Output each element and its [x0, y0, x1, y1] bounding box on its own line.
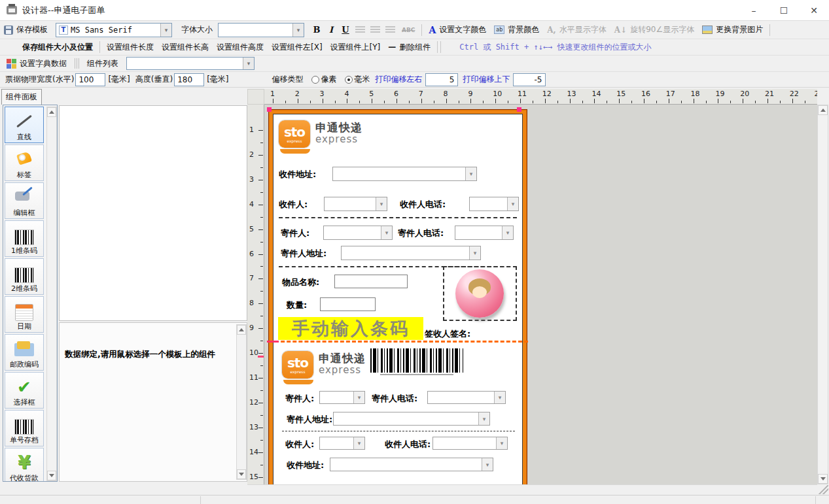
set-text-color-button[interactable]: A 设置文字颜色	[425, 23, 490, 37]
send-phone-select[interactable]: ▾	[427, 391, 506, 404]
barcode-image[interactable]	[370, 348, 463, 373]
scroll-down-button[interactable]	[818, 474, 828, 484]
scroll-up-button[interactable]	[237, 325, 246, 335]
maximize-button[interactable]: ☐	[769, 0, 799, 21]
chevron-down-icon[interactable]: ▾	[292, 24, 304, 37]
underline-button[interactable]: U	[338, 24, 353, 37]
scroll-down-button[interactable]	[47, 471, 56, 480]
recv-name-label[interactable]: 收件人:	[285, 439, 314, 450]
send-phone-label[interactable]: 寄件人电话:	[372, 393, 417, 405]
sidebar-item-3[interactable]: 编辑框	[5, 182, 44, 219]
canvas-vertical-scrollbar[interactable]	[817, 105, 828, 484]
set-dictionary-data-button[interactable]: 设置字典数据	[3, 57, 71, 71]
sidebar-item-10[interactable]: ¥代收货款	[5, 448, 44, 481]
set-component-length-height-button[interactable]: 设置组件长高	[158, 41, 213, 54]
recv-name-label[interactable]: 收件人:	[279, 199, 308, 210]
mascot-image[interactable]	[455, 269, 504, 318]
send-name-label[interactable]: 寄件人:	[281, 227, 309, 239]
chevron-down-icon[interactable]: ▾	[353, 437, 364, 449]
selection-handle[interactable]	[267, 107, 272, 112]
recv-addr-label[interactable]: 收件地址:	[279, 169, 316, 180]
item-name-label[interactable]: 物品名称:	[282, 277, 319, 288]
sidebar-item-9[interactable]: 单号存档	[5, 410, 44, 446]
chevron-down-icon[interactable]: ▾	[381, 226, 392, 239]
signature-label[interactable]: 签收人签名:	[425, 328, 470, 340]
canvas-horizontal-scrollbar[interactable]	[247, 484, 817, 494]
send-name-label[interactable]: 寄件人:	[285, 393, 314, 405]
quantity-input[interactable]	[320, 297, 376, 311]
chevron-down-icon[interactable]: ▾	[160, 24, 171, 37]
chevron-down-icon[interactable]: ▾	[243, 58, 254, 69]
recv-phone-label[interactable]: 收件人电话:	[385, 439, 431, 450]
rotate-font-button[interactable]: A↓ 旋转90∠显示字体	[610, 23, 698, 37]
set-component-height-button[interactable]: 设置组件高度	[213, 41, 268, 54]
sidebar-item-2[interactable]: 标签	[5, 144, 44, 181]
send-name-select[interactable]: ▾	[319, 391, 365, 404]
horizontal-font-button[interactable]: A, 水平显示字体	[543, 23, 610, 37]
chevron-down-icon[interactable]: ▾	[376, 197, 387, 210]
scroll-up-button[interactable]	[47, 107, 56, 117]
quantity-label[interactable]: 数量:	[287, 299, 307, 311]
print-offset-tb-input[interactable]: -5	[513, 73, 546, 86]
strikethrough-button[interactable]: ABC	[398, 27, 419, 33]
manual-barcode-component[interactable]: 手动输入条码	[278, 317, 423, 340]
sidebar-item-5[interactable]: 2维条码	[5, 258, 44, 295]
chevron-down-icon[interactable]: ▾	[502, 226, 513, 239]
recv-name-select[interactable]: ▾	[319, 437, 365, 450]
recv-addr-label[interactable]: 收件地址:	[287, 460, 324, 471]
item-name-input[interactable]	[334, 275, 408, 288]
set-component-length-button[interactable]: 设置组件长度	[103, 41, 158, 54]
component-list-select[interactable]: ▾	[126, 57, 255, 70]
design-canvas[interactable]: sto express 申通快递 express 收件地址: ▾ 收件人: ▾ …	[264, 105, 817, 484]
recv-name-select[interactable]: ▾	[324, 197, 387, 211]
font-size-select[interactable]: ▾	[218, 23, 304, 37]
chevron-down-icon[interactable]: ▾	[353, 392, 364, 403]
sto-logo[interactable]: sto express 申通快递 express	[282, 351, 366, 378]
waybill-template[interactable]: sto express 申通快递 express 收件地址: ▾ 收件人: ▾ …	[268, 109, 527, 484]
recv-addr-select[interactable]: ▾	[330, 458, 493, 471]
mm-radio[interactable]: 毫米	[345, 74, 370, 85]
paper-height-input[interactable]: 180	[174, 73, 204, 86]
bold-button[interactable]: B	[309, 24, 324, 37]
send-phone-select[interactable]: ▾	[455, 226, 514, 240]
send-addr-label[interactable]: 寄件人地址:	[281, 248, 326, 260]
minimize-button[interactable]: –	[739, 0, 769, 21]
font-family-select[interactable]: T MS Sans Serif ▾	[56, 23, 172, 37]
send-addr-select[interactable]: ▾	[333, 412, 490, 426]
chevron-down-icon[interactable]: ▾	[482, 458, 493, 471]
sidebar-item-6[interactable]: 日期	[5, 296, 44, 333]
tab-component-panel[interactable]: 组件面板	[1, 89, 42, 105]
set-component-left-button[interactable]: 设置组件左[X]	[268, 41, 326, 54]
scroll-up-button[interactable]	[818, 105, 828, 115]
sidebar-item-4[interactable]: 1维条码	[5, 220, 44, 257]
chevron-down-icon[interactable]: ▾	[496, 437, 507, 449]
recv-phone-label[interactable]: 收件人电话:	[400, 199, 446, 210]
chevron-down-icon[interactable]: ▾	[494, 392, 505, 403]
sto-logo[interactable]: sto express 申通快递 express	[279, 120, 362, 148]
chevron-down-icon[interactable]: ▾	[507, 197, 518, 210]
save-template-button[interactable]: 保存模板	[0, 23, 52, 37]
sidebar-item-1[interactable]: 直线	[5, 107, 44, 143]
send-addr-select[interactable]: ▾	[341, 246, 481, 260]
component-panel-scrollbar[interactable]	[46, 107, 57, 481]
delete-component-button[interactable]: — 删除组件	[384, 41, 434, 54]
change-background-image-button[interactable]: 更换背景图片	[698, 23, 767, 37]
chevron-down-icon[interactable]: ▾	[469, 246, 480, 260]
sidebar-item-7[interactable]: 邮政编码	[5, 334, 44, 371]
send-addr-label[interactable]: 寄件人地址:	[287, 414, 332, 426]
resize-grip[interactable]	[818, 485, 828, 494]
chevron-down-icon[interactable]: ▾	[478, 412, 489, 425]
scroll-down-button[interactable]	[237, 469, 246, 479]
background-color-button[interactable]: ab 背景颜色	[490, 23, 543, 37]
italic-button[interactable]: I	[324, 24, 338, 37]
component-list-box[interactable]	[59, 105, 247, 321]
send-phone-label[interactable]: 寄件人电话:	[398, 227, 444, 239]
sidebar-item-8[interactable]: ✔选择框	[5, 372, 44, 409]
chevron-down-icon[interactable]: ▾	[465, 167, 476, 180]
print-offset-lr-input[interactable]: 5	[425, 73, 458, 86]
save-component-size-button[interactable]: 保存组件大小及位置	[18, 41, 97, 54]
close-button[interactable]: ✕	[799, 0, 829, 21]
paper-width-input[interactable]: 100	[75, 73, 105, 86]
send-name-select[interactable]: ▾	[323, 226, 393, 240]
binding-panel-scrollbar[interactable]	[236, 324, 247, 480]
